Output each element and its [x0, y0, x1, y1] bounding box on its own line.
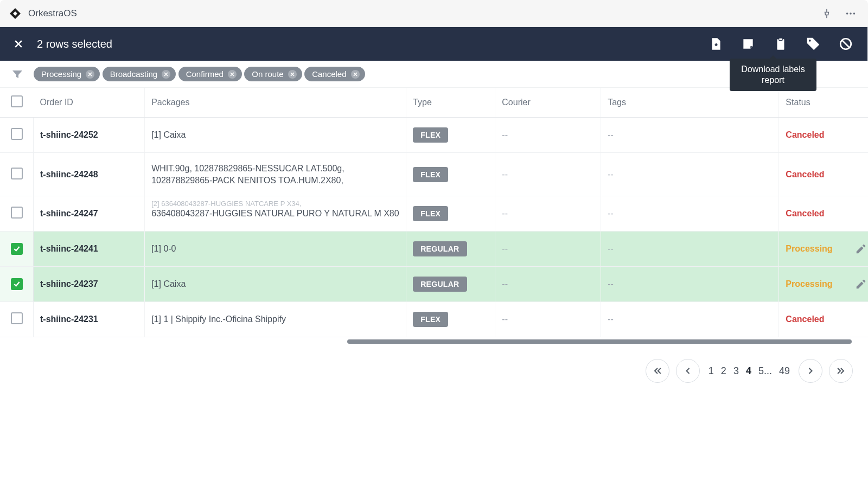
select-all-checkbox[interactable] [11, 95, 23, 107]
order-id: t-shiinc-24241 [40, 244, 98, 253]
table-row[interactable]: t-shiinc-24247 [2] 636408043287-HUGGIES … [0, 196, 868, 232]
filter-chip-remove-icon[interactable] [288, 70, 297, 79]
page-number[interactable]: 49 [777, 362, 792, 380]
page-number[interactable]: 4 [744, 362, 754, 380]
type-badge: FLEX [413, 312, 448, 327]
status-value: Canceled [786, 170, 824, 179]
select-all-header[interactable] [0, 88, 34, 118]
column-status[interactable]: Status [779, 88, 868, 118]
filter-chip-remove-icon[interactable] [228, 70, 237, 79]
filter-chip[interactable]: On route [244, 67, 302, 81]
page-number[interactable]: 5... [756, 362, 774, 380]
filter-chip-remove-icon[interactable] [86, 70, 94, 79]
order-id: t-shiinc-24248 [40, 170, 98, 179]
page-number[interactable]: 1 [706, 362, 716, 380]
orders-table: Order ID Packages Type Courier Tags Stat… [0, 88, 868, 344]
order-id: t-shiinc-24247 [40, 209, 98, 218]
order-id: t-shiinc-24237 [40, 279, 98, 288]
page-number[interactable]: 3 [731, 362, 741, 380]
svg-rect-6 [779, 38, 783, 40]
packages-text: WHIT.90g, 102878829865-NESSUCAR LAT.500g… [151, 163, 399, 186]
column-type[interactable]: Type [406, 88, 495, 118]
svg-point-3 [850, 12, 852, 15]
filter-chip-label: Broadcasting [110, 69, 158, 79]
type-badge: REGULAR [413, 241, 467, 256]
tag-icon[interactable] [802, 33, 824, 55]
row-checkbox[interactable] [11, 312, 23, 324]
filter-icon[interactable] [9, 66, 26, 83]
table-row[interactable]: t-shiinc-24231 [1] 1 | Shippify Inc.-Ofi… [0, 302, 868, 337]
scrollbar-thumb[interactable] [347, 339, 852, 344]
packages-text: [1] 0-0 [151, 243, 399, 255]
tags-value: -- [608, 170, 614, 179]
svg-point-4 [853, 12, 856, 15]
tags-value: -- [608, 130, 614, 139]
pagination: 1 2 3 4 5... 49 [0, 344, 868, 383]
table-row[interactable]: t-shiinc-24252 [1] Caixa FLEX -- -- Canc… [0, 118, 868, 153]
status-value: Canceled [786, 314, 824, 324]
courier-value: -- [502, 314, 508, 324]
column-courier[interactable]: Courier [495, 88, 601, 118]
status-value: Canceled [786, 130, 824, 139]
edit-row-icon[interactable] [855, 278, 867, 290]
row-checkbox[interactable] [11, 278, 23, 290]
courier-value: -- [502, 244, 508, 253]
type-badge: FLEX [413, 127, 448, 143]
note-icon[interactable] [737, 33, 759, 55]
row-checkbox[interactable] [11, 128, 23, 140]
packages-text: 636408043287-HUGGIES NATURAL PURO Y NATU… [151, 208, 399, 220]
pin-icon[interactable] [818, 5, 835, 22]
app-logo-icon [9, 7, 22, 20]
courier-value: -- [502, 130, 508, 139]
clipboard-icon[interactable] [770, 33, 792, 55]
row-checkbox[interactable] [11, 207, 23, 219]
table-row[interactable]: t-shiinc-24237 [1] Caixa REGULAR -- -- P… [0, 267, 868, 302]
more-icon[interactable] [842, 5, 859, 22]
filter-chip[interactable]: Canceled [304, 67, 365, 81]
packages-text: [1] Caixa [151, 129, 399, 141]
packages-text: [1] Caixa [151, 278, 399, 290]
horizontal-scrollbar[interactable] [0, 338, 868, 344]
packages-overflow-hint: [2] 636408043287-HUGGIES NATCARE P X34, [151, 200, 399, 208]
filter-chip-remove-icon[interactable] [351, 70, 360, 79]
status-value: Processing [786, 244, 832, 253]
app-bar: OrkestraOS [0, 0, 868, 27]
filter-chip-remove-icon[interactable] [162, 70, 170, 79]
page-number[interactable]: 2 [719, 362, 729, 380]
column-order-id[interactable]: Order ID [34, 88, 145, 118]
order-id: t-shiinc-24252 [40, 130, 98, 139]
table-row[interactable]: t-shiinc-24241 [1] 0-0 REGULAR -- -- Pro… [0, 232, 868, 267]
filter-chip[interactable]: Processing [34, 67, 100, 81]
filter-chip[interactable]: Confirmed [178, 67, 242, 81]
courier-value: -- [502, 209, 508, 218]
tags-value: -- [608, 279, 614, 288]
page-prev-button[interactable] [676, 359, 700, 383]
page-first-button[interactable] [646, 359, 669, 383]
filter-chip-label: Confirmed [186, 69, 224, 79]
svg-point-2 [846, 12, 848, 15]
tags-value: -- [608, 244, 614, 253]
courier-value: -- [502, 170, 508, 179]
app-title: OrkestraOS [28, 8, 77, 19]
selection-count: 2 rows selected [37, 38, 112, 50]
column-tags[interactable]: Tags [601, 88, 779, 118]
type-badge: REGULAR [413, 277, 467, 292]
filter-chip-label: Processing [41, 69, 81, 79]
row-checkbox[interactable] [11, 168, 23, 179]
type-badge: FLEX [413, 167, 448, 182]
table-row[interactable]: t-shiinc-24248 WHIT.90g, 102878829865-NE… [0, 153, 868, 196]
column-packages[interactable]: Packages [145, 88, 406, 118]
filter-chip[interactable]: Broadcasting [103, 67, 176, 81]
type-badge: FLEX [413, 206, 448, 221]
page-next-button[interactable] [799, 359, 822, 383]
status-value: Processing [786, 279, 832, 288]
edit-row-icon[interactable] [855, 243, 867, 255]
page-last-button[interactable] [829, 359, 853, 383]
close-selection-button[interactable] [11, 36, 26, 52]
packages-text: [1] 1 | Shippify Inc.-Oficina Shippify [151, 313, 399, 325]
download-file-icon[interactable] [705, 33, 726, 55]
svg-point-7 [809, 40, 811, 42]
tags-value: -- [608, 209, 614, 218]
cancel-icon[interactable] [835, 33, 857, 55]
row-checkbox[interactable] [11, 243, 23, 255]
